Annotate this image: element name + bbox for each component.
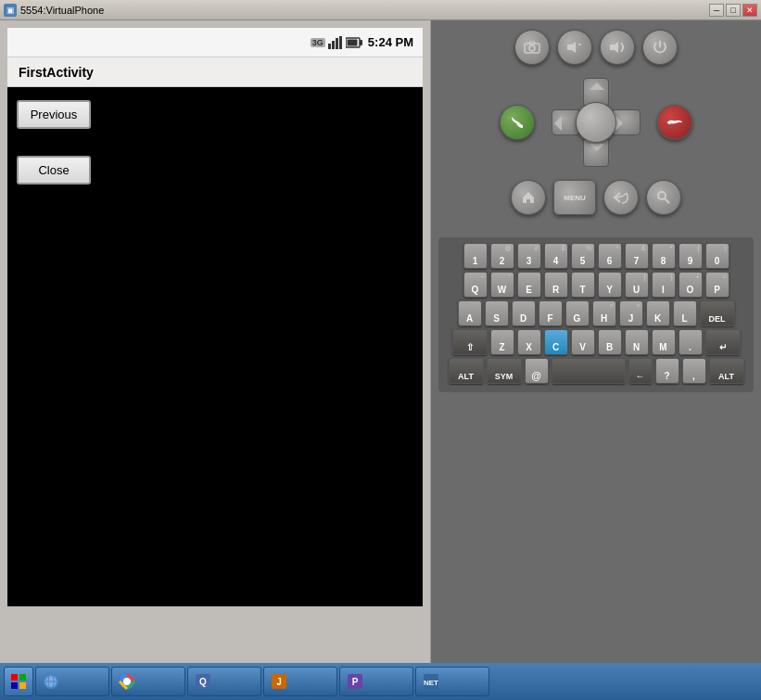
key-k[interactable]: K <box>646 300 670 326</box>
key-d[interactable]: D <box>512 300 536 326</box>
menu-button[interactable]: MENU <box>553 180 596 215</box>
keyboard-row-2: ~Q "W E R T Y {U }I +O =P <box>444 272 748 298</box>
app-title: FirstActivity <box>19 65 94 80</box>
key-alt-left[interactable]: ALT <box>449 358 484 384</box>
keyboard-row-3: A S D F G <H >J K :L DEL <box>444 300 748 326</box>
search-button[interactable] <box>646 180 681 215</box>
key-o[interactable]: +O <box>679 272 703 298</box>
key-1[interactable]: 1 <box>463 243 488 269</box>
key-j[interactable]: >J <box>619 300 643 326</box>
key-e[interactable]: E <box>517 272 541 298</box>
key-3[interactable]: #3 <box>517 243 541 269</box>
svg-line-19 <box>665 198 669 203</box>
close-window-button[interactable]: ✕ <box>742 4 757 17</box>
dpad-down-button[interactable] <box>583 139 609 167</box>
key-l[interactable]: :L <box>673 300 697 326</box>
key-u[interactable]: {U <box>625 272 649 298</box>
taskbar-item3[interactable]: Q <box>187 667 261 696</box>
key-t[interactable]: T <box>571 272 595 298</box>
svg-rect-5 <box>360 40 362 45</box>
key-2[interactable]: @2 <box>490 243 514 269</box>
key-p[interactable]: =P <box>705 272 729 298</box>
key-y[interactable]: Y <box>598 272 622 298</box>
status-icons: 3G <box>311 36 362 49</box>
key-a[interactable]: A <box>458 300 482 326</box>
key-f[interactable]: F <box>539 300 563 326</box>
key-i[interactable]: }I <box>652 272 676 298</box>
svg-text:NET: NET <box>424 679 438 687</box>
call-button[interactable] <box>500 105 535 140</box>
dpad-right-button[interactable] <box>613 109 641 135</box>
svg-rect-1 <box>332 41 335 49</box>
key-comma[interactable]: , <box>682 358 706 384</box>
status-time: 5:24 PM <box>368 35 413 49</box>
key-slash[interactable]: ? <box>655 358 679 384</box>
home-button[interactable] <box>511 180 546 215</box>
minimize-button[interactable]: ─ <box>709 4 724 17</box>
key-4[interactable]: $4 <box>544 243 568 269</box>
previous-button[interactable]: Previous <box>17 100 91 129</box>
back-button[interactable] <box>603 180 639 215</box>
key-space[interactable] <box>552 358 626 384</box>
svg-point-18 <box>658 192 666 199</box>
keyboard: 1 @2 #3 $4 %5 ^6 &7 *8 (9 )0 ~Q "W E R T… <box>438 237 754 392</box>
svg-rect-2 <box>336 38 338 49</box>
svg-marker-16 <box>615 116 623 131</box>
key-r[interactable]: R <box>544 272 568 298</box>
key-arrow-right[interactable]: ← <box>628 358 653 384</box>
controls-panel: MENU 1 @2 #3 $4 %5 ^6 &7 *8 (9 <box>431 20 761 663</box>
key-w[interactable]: "W <box>490 272 514 298</box>
key-g[interactable]: G <box>565 300 590 326</box>
key-v[interactable]: V <box>571 329 595 355</box>
key-sym[interactable]: SYM <box>487 358 522 384</box>
key-q[interactable]: ~Q <box>463 272 488 298</box>
keyboard-row-1: 1 @2 #3 $4 %5 ^6 &7 *8 (9 )0 <box>444 243 748 269</box>
taskbar-item4[interactable]: J <box>263 667 337 696</box>
dpad <box>550 76 642 169</box>
key-n[interactable]: N <box>625 329 649 355</box>
app-title-bar: FirstActivity <box>7 57 423 87</box>
dpad-center-button[interactable] <box>576 102 616 143</box>
key-5[interactable]: %5 <box>571 243 595 269</box>
key-h[interactable]: <H <box>592 300 616 326</box>
key-alt-right[interactable]: ALT <box>709 358 744 384</box>
svg-marker-15 <box>554 116 562 131</box>
key-b[interactable]: B <box>598 329 622 355</box>
key-del[interactable]: DEL <box>700 300 735 326</box>
taskbar-chrome[interactable] <box>111 667 185 696</box>
top-controls-row <box>514 30 678 65</box>
svg-point-28 <box>123 678 131 685</box>
bottom-controls-row: MENU <box>511 180 681 215</box>
key-m[interactable]: M <box>652 329 676 355</box>
keyboard-row-4: ⇧ Z X C V B N M . ↵ <box>444 329 748 355</box>
key-6[interactable]: ^6 <box>598 243 622 269</box>
key-shift[interactable]: ⇧ <box>452 329 488 355</box>
volume-down-button[interactable] <box>557 30 592 65</box>
signal-bars-icon <box>328 36 343 49</box>
key-c[interactable]: C <box>544 329 568 355</box>
key-enter[interactable]: ↵ <box>705 329 741 355</box>
start-button[interactable] <box>4 667 33 696</box>
volume-up-button[interactable] <box>600 30 635 65</box>
key-period[interactable]: . <box>679 329 703 355</box>
taskbar-item6[interactable]: NET <box>415 667 489 696</box>
key-x[interactable]: X <box>517 329 541 355</box>
window-controls: ─ □ ✕ <box>709 4 757 17</box>
key-7[interactable]: &7 <box>625 243 649 269</box>
taskbar-ie[interactable] <box>35 667 109 696</box>
taskbar-item5[interactable]: P <box>339 667 413 696</box>
status-bar: 3G 5:24 PM <box>7 28 423 57</box>
end-call-button[interactable] <box>657 105 692 140</box>
svg-rect-23 <box>19 682 26 689</box>
key-z[interactable]: Z <box>490 329 514 355</box>
close-button[interactable]: Close <box>17 156 91 185</box>
phone-emulator: 3G 5:24 PM FirstActivity Previous Close <box>0 20 431 663</box>
key-8[interactable]: *8 <box>652 243 676 269</box>
key-0[interactable]: )0 <box>705 243 729 269</box>
power-button[interactable] <box>642 30 678 65</box>
key-s[interactable]: S <box>485 300 509 326</box>
restore-button[interactable]: □ <box>726 4 741 17</box>
camera-button[interactable] <box>514 30 550 65</box>
key-at[interactable]: @ <box>525 358 549 384</box>
key-9[interactable]: (9 <box>679 243 703 269</box>
